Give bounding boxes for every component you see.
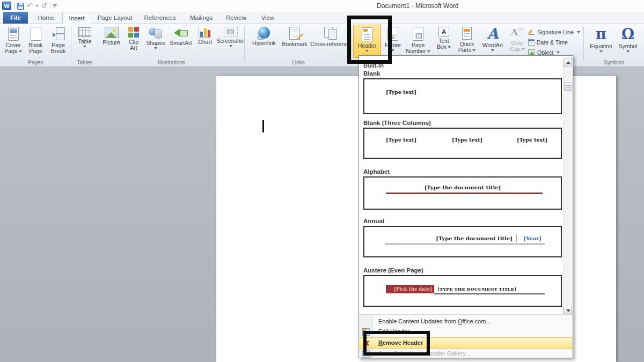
undo-icon[interactable]: ↶ [27,2,33,10]
button-label: Blank Page [28,42,42,54]
picture-button[interactable]: Picture [99,25,123,58]
group-label-tables: Tables [71,60,98,65]
gallery-item-austere[interactable]: [Pick the date] [TYPE THE DOCUMENT TITLE… [363,275,562,307]
divider [50,2,50,10]
gallery-label-austere: Austere (Even Page) [363,267,423,274]
dropdown-arrow-icon [427,50,430,53]
gallery-item-blank-three-columns[interactable]: [Type text] [Type text] [Type text] [363,128,562,159]
pick-date-box: [Pick the date] [386,285,434,293]
dropdown-arrow-icon [229,45,232,47]
placeholder-text: [Type the document title] [436,235,513,241]
cover-page-button[interactable]: Cover Page [2,25,25,58]
group-label-links: Links [245,60,352,65]
chart-button[interactable]: Chart [194,25,216,58]
cover-page-icon [8,27,19,41]
cross-reference-button[interactable]: Cross-reference [310,25,351,58]
button-label: SmartArt [170,40,192,46]
page-break-button[interactable]: Page Break [47,25,70,58]
tab-review[interactable]: Review [221,12,251,24]
redo-icon[interactable]: ↺ [41,2,47,10]
button-label: Picture [103,39,120,46]
text-box-button[interactable]: A Text Box [433,25,455,58]
alphabet-rule [386,193,543,194]
quick-parts-button[interactable]: Quick Parts [455,25,479,58]
page-number-button[interactable]: Page Number [405,25,431,58]
group-links: Hyperlink Bookmark Cross-reference Links [245,24,352,67]
button-label: Quick Parts [458,41,474,53]
save-icon[interactable] [17,3,24,10]
dropdown-arrow-icon [472,49,475,51]
table-button[interactable]: Table [73,25,97,58]
customize-qat-icon[interactable] [53,4,57,8]
button-label: Chart [198,39,212,45]
dropdown-arrow-icon [448,46,451,48]
gallery-label-alphabet: Alphabet [363,168,390,175]
menu-item-enable-content-updates[interactable]: Enable Content Updates from Office.com..… [359,316,573,327]
scrollbar-track[interactable] [564,67,572,305]
button-label: Clip Art [129,39,138,51]
signature-line-icon [528,29,535,35]
clip-art-button[interactable]: Clip Art [123,25,144,58]
equation-button[interactable]: π Equation [587,25,615,58]
gallery-label-blank: Blank [363,70,380,77]
tab-view[interactable]: View [255,12,280,24]
button-label: Equation [590,43,612,49]
equation-icon: π [596,27,606,42]
tab-file[interactable]: File [3,12,28,24]
tab-home[interactable]: Home [32,12,60,24]
tab-mailings[interactable]: Mailings [185,12,218,24]
bookmark-button[interactable]: Bookmark [279,25,310,58]
shapes-button[interactable]: Shapes [144,25,167,58]
date-time-button[interactable]: Date & Time [528,38,588,47]
dropdown-arrow-icon [626,50,630,53]
gallery-item-blank[interactable]: [Type text] [363,78,562,114]
gallery-label-annual: Annual [363,218,384,224]
undo-dropdown-arrow-icon[interactable] [35,5,39,7]
quick-parts-icon [462,27,472,40]
dropdown-arrow-icon [599,50,603,53]
cross-reference-icon [324,27,337,40]
table-icon [78,27,91,37]
scroll-down-button[interactable] [563,306,572,314]
chart-icon [199,27,211,38]
signature-line-button[interactable]: Signature Line [528,28,588,36]
tab-insert[interactable]: Insert [62,12,91,24]
button-label: Signature Line [537,29,574,35]
hyperlink-icon [258,27,270,39]
dropdown-arrow-icon [154,47,157,49]
scroll-up-button[interactable] [563,58,572,67]
button-label: Table [78,38,91,45]
smartart-button[interactable]: SmartArt [167,25,194,58]
tab-page-layout[interactable]: Page Layout [94,12,135,24]
wordart-button[interactable]: A WordArt [479,25,507,58]
symbol-icon: Ω [621,27,634,42]
symbol-button[interactable]: Ω Symbol [615,25,641,58]
button-label: Hyperlink [252,40,276,46]
placeholder-text: [Type text] [386,89,416,95]
placeholder-year-text: [Year] [523,235,541,241]
shapes-icon [149,27,163,39]
scrollbar-thumb[interactable] [564,82,572,91]
placeholder-text: [Type the document title] [364,184,561,190]
tab-references[interactable]: References [140,12,180,24]
hyperlink-button[interactable]: Hyperlink [249,25,279,58]
button-label: WordArt [482,42,503,48]
picture-icon [105,27,119,38]
blank-page-button[interactable]: Blank Page [25,25,47,58]
header-gallery-dropdown: Built-In Blank [Type text] Blank (Three … [358,55,573,358]
drop-cap-button[interactable]: A Drop Cap [507,25,528,58]
word-logo-icon[interactable]: W [2,2,11,10]
gallery-item-alphabet[interactable]: [Type the document title] [363,176,562,210]
quick-access-toolbar: W ↶ ↺ [2,1,57,11]
page-break-icon [53,27,64,41]
placeholder-text: [Pick the date] [394,286,432,292]
button-label: Bookmark [282,41,307,47]
group-label-illustrations: Illustrations [98,60,245,65]
dropdown-arrow-icon [83,46,86,48]
gallery-item-annual[interactable]: [Type the document title] [Year] [363,226,562,257]
screenshot-button[interactable]: Screenshot [216,25,246,58]
button-label: Symbol [618,43,637,49]
smartart-icon [174,27,188,39]
dropdown-arrow-icon [522,48,525,50]
button-label: Page Number [406,42,426,54]
